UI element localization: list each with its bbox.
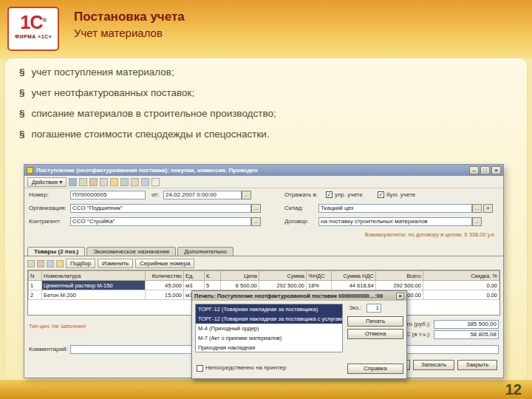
warehouse-select-button[interactable]: ... xyxy=(472,204,482,213)
table-header-row: N Номенклатура Количество Ед. К. Цена Су… xyxy=(29,271,499,281)
move-up-icon[interactable] xyxy=(47,260,54,267)
window-controls: – □ × xyxy=(469,166,501,174)
book-accounting-label: бухг. учете xyxy=(386,191,415,200)
page-subtitle: Учет материалов xyxy=(74,27,185,39)
delete-icon[interactable] xyxy=(100,178,108,186)
slide-footer-band xyxy=(0,380,532,399)
window-titlebar[interactable]: Поступление (неотфактурованная поставка)… xyxy=(24,165,503,176)
structure-icon[interactable] xyxy=(131,178,139,186)
delete-row-icon[interactable] xyxy=(37,260,44,267)
dialog-print-button[interactable]: Печать xyxy=(347,316,403,327)
date-picker-button[interactable]: ... xyxy=(242,191,251,200)
contract-select-button[interactable]: ... xyxy=(472,217,482,226)
direct-print-label: Непосредственно на принтер xyxy=(205,364,286,372)
print-form-item[interactable]: ТОРГ-12 (Товарная накладная за поставщик… xyxy=(196,314,342,324)
print-dialog-title: Печать: Поступление неотфактурованной по… xyxy=(194,293,383,299)
document-icon xyxy=(27,167,33,174)
book-accounting-checkbox[interactable]: ✓ xyxy=(378,191,384,198)
minimize-button[interactable]: – xyxy=(469,166,479,174)
col-header[interactable]: Номенклатура xyxy=(42,271,146,281)
maximize-button[interactable]: □ xyxy=(480,166,490,174)
col-header[interactable]: Всего xyxy=(376,271,423,281)
post-document-icon[interactable] xyxy=(110,178,118,186)
organization-select-button[interactable]: ... xyxy=(251,204,261,213)
print-form-item[interactable]: М-4 (Приходный ордер) xyxy=(196,324,342,333)
save-icon[interactable] xyxy=(79,178,87,186)
warehouse-label: Склад: xyxy=(284,204,303,213)
total-value: 385 500,00 xyxy=(434,320,499,329)
contract-field[interactable]: на поставку строительных материалов xyxy=(318,217,472,226)
copies-label: Экз.: xyxy=(349,304,361,313)
write-button[interactable]: Записать xyxy=(413,360,454,370)
management-accounting-checkbox[interactable]: ✓ xyxy=(326,191,332,198)
tab-goods[interactable]: Товары (2 поз.) xyxy=(27,247,85,256)
date-field[interactable]: 24.02.2007 0:00:00 xyxy=(163,191,242,200)
copy-icon[interactable] xyxy=(89,178,98,186)
contractor-select-button[interactable]: ... xyxy=(251,217,261,226)
bullet-text: погашение стоимости спецодежды и спецосн… xyxy=(32,129,270,140)
settlement-note-link[interactable]: Взаиморасчеты: по договору в целом, 5 33… xyxy=(365,231,496,238)
col-header[interactable]: К. xyxy=(205,271,221,281)
reflect-label: Отражать в: xyxy=(284,191,318,200)
title-block: Постановка учета Учет материалов xyxy=(74,10,185,39)
col-header[interactable]: N xyxy=(29,271,42,281)
number-field[interactable]: ПУ00000005 xyxy=(70,191,146,200)
col-header[interactable]: Скидка, % xyxy=(423,271,499,281)
bullet-marker: § xyxy=(19,108,25,119)
direct-print-checkbox[interactable] xyxy=(197,365,203,372)
tab-strip: Товары (2 поз.) Экономическое назначение… xyxy=(24,245,503,256)
warehouse-clear-button[interactable]: × xyxy=(483,204,493,213)
table-row[interactable]: 1 Цементный раствор М-150 45,000 м3 5 6 … xyxy=(29,281,499,290)
close-document-button[interactable]: Закрыть xyxy=(457,360,497,370)
col-header[interactable]: Сумма НДС xyxy=(332,271,376,281)
edit-button[interactable]: Изменить xyxy=(98,259,133,268)
bullet-marker: § xyxy=(19,87,25,98)
table-toolbar: Подбор Изменить Серийные номера xyxy=(24,258,503,269)
new-icon[interactable] xyxy=(69,178,77,186)
bullet-marker: § xyxy=(19,129,25,140)
print-form-item[interactable]: Приходная накладная xyxy=(196,343,342,352)
col-header[interactable]: %НДС xyxy=(307,271,332,281)
print-dialog-titlebar[interactable]: Печать: Поступление неотфактурованной по… xyxy=(192,291,406,301)
add-row-icon[interactable] xyxy=(27,260,35,267)
col-header[interactable]: Сумма xyxy=(259,271,307,281)
price-type-warning[interactable]: Тип цен: Не заполнен! xyxy=(29,323,86,330)
print-forms-list: ТОРГ-12 (Товарная накладная за поставщик… xyxy=(195,304,343,352)
contract-label: Договор: xyxy=(284,217,308,226)
contractor-label: Контрагент: xyxy=(29,217,61,226)
tab-economic-purpose[interactable]: Экономическое назначение xyxy=(86,247,176,256)
tab-additional[interactable]: Дополнительно xyxy=(177,247,233,256)
serial-numbers-button[interactable]: Серийные номера xyxy=(135,259,194,268)
registered-mark: ® xyxy=(43,17,47,24)
copies-field[interactable]: 1 xyxy=(366,304,381,313)
1c-logo: 1С® ФИРМА «1С» xyxy=(7,7,59,51)
move-down-icon[interactable] xyxy=(56,260,64,267)
dialog-help-button[interactable]: Справка xyxy=(347,364,403,374)
bullet-text: учет поступления материалов; xyxy=(32,66,174,78)
organization-field[interactable]: ССО "Подшипник" xyxy=(70,204,251,213)
contractor-field[interactable]: ССО "СтройКа" xyxy=(70,217,251,226)
management-accounting-label: упр. учете xyxy=(335,191,363,200)
actions-menu-button[interactable]: Действия ▾ xyxy=(27,177,66,187)
number-label: Номер: xyxy=(29,191,49,200)
warehouse-field[interactable]: Ткацкий цех xyxy=(318,204,472,213)
comment-label: Комментарий: xyxy=(29,345,68,354)
col-header[interactable]: Количество xyxy=(146,271,184,281)
col-header[interactable]: Цена xyxy=(221,271,259,281)
dialog-close-button[interactable]: × xyxy=(396,293,404,300)
organization-label: Организация: xyxy=(29,204,66,213)
bullet-text: списание материалов в строительное произ… xyxy=(32,108,276,119)
col-header[interactable]: Ед. xyxy=(184,271,205,281)
print-form-item[interactable]: ТОРГ-12 (Товарная накладная за поставщик… xyxy=(196,304,342,314)
pick-button[interactable]: Подбор xyxy=(66,259,95,268)
refresh-icon[interactable] xyxy=(141,178,149,186)
chevron-down-icon: ▾ xyxy=(59,179,62,185)
dialog-cancel-button[interactable]: Отмена xyxy=(347,329,403,339)
help-icon[interactable] xyxy=(151,178,160,186)
print-icon[interactable] xyxy=(120,178,129,186)
bullet-item: § учет неотфактурованных поставок; xyxy=(19,87,276,98)
date-label: от: xyxy=(151,191,159,200)
close-button[interactable]: × xyxy=(491,166,501,174)
app-window: Поступление (неотфактурованная поставка)… xyxy=(24,164,504,378)
print-form-item[interactable]: М-7 (Акт о приемке материалов) xyxy=(196,333,342,343)
